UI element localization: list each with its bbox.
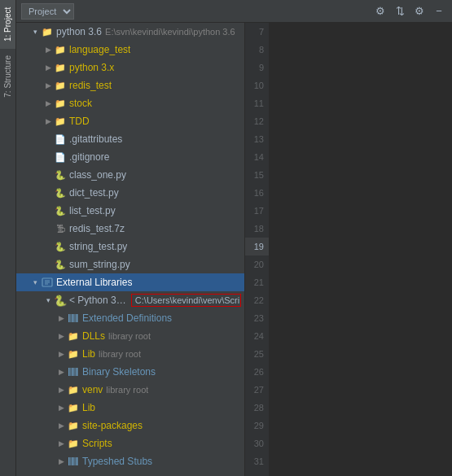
line-number: 16 (245, 184, 269, 202)
barcode-icon (67, 455, 80, 468)
line-number: 9 (245, 59, 269, 76)
muted-label: library root (106, 385, 148, 395)
arrow-icon: ▶ (55, 348, 67, 360)
folder-icon: 📁 (67, 437, 80, 450)
root-arrow: ▾ (29, 26, 41, 37)
line-number: 23 (245, 309, 269, 327)
item-label: venv (82, 384, 103, 395)
line-number: 30 (245, 435, 269, 452)
svg-rect-8 (77, 314, 78, 322)
list-item[interactable]: ▶ 📄 .gitattributes (16, 130, 244, 148)
svg-rect-5 (71, 314, 72, 322)
line-number: 17 (245, 202, 269, 220)
arrow-icon: ▶ (42, 80, 54, 91)
item-label: Lib (82, 402, 95, 413)
line-number: 22 (245, 291, 269, 309)
line-number: 15 (245, 166, 269, 184)
folder-icon: 📁 (54, 115, 67, 128)
list-item[interactable]: ▶ 🐍 sum_string.py (16, 255, 244, 273)
list-item[interactable]: ▶ 🗜 redis_test.7z (16, 220, 244, 238)
svg-rect-6 (72, 314, 74, 322)
item-label: DLLs (82, 330, 105, 342)
py-file-icon: 🐍 (54, 168, 67, 181)
root-folder-icon: 📁 (41, 25, 54, 38)
list-item[interactable]: ▶ Binary Skeletons (16, 363, 244, 381)
svg-rect-11 (72, 368, 74, 376)
py-file-icon: 🐍 (54, 186, 67, 199)
svg-rect-7 (75, 314, 76, 322)
list-item[interactable]: ▶ 📁 stock (16, 94, 244, 112)
collapse-icon[interactable]: − (431, 3, 447, 20)
item-label: .gitattributes (69, 133, 122, 145)
content-area: ▾ 📁 python 3.6 E:\svn\kevindi\kevindi\py… (16, 23, 452, 476)
list-item[interactable]: ▶ 🐍 list_test.py (16, 202, 244, 220)
list-item[interactable]: ▶ 📁 Lib (16, 399, 244, 417)
line-number: 18 (245, 220, 269, 238)
sort-icon[interactable]: ⇅ (392, 3, 408, 20)
tree-root[interactable]: ▾ 📁 python 3.6 E:\svn\kevindi\kevindi\py… (16, 23, 244, 41)
barcode-icon (67, 365, 80, 378)
item-label: Binary Skeletons (82, 366, 156, 378)
arrow-icon: ▶ (42, 98, 54, 109)
project-dropdown[interactable]: Project (21, 3, 74, 20)
list-item[interactable]: ▶ 📁 python 3.x (16, 59, 244, 76)
line-number: 7 (245, 23, 269, 41)
item-label: Scripts (82, 438, 112, 449)
list-item[interactable]: ▶ 📁 site-packages (16, 417, 244, 435)
arrow-icon: ▶ (42, 44, 54, 55)
svg-rect-14 (68, 457, 70, 465)
muted-label: library root (108, 331, 151, 341)
list-item[interactable]: ▶ 📁 Lib library root (16, 345, 244, 363)
item-label: language_test (69, 44, 130, 55)
line-number: 24 (245, 327, 269, 345)
sidebar-item-structure[interactable]: 7: Structure (0, 49, 15, 104)
list-item[interactable]: ▶ 🐍 string_test.py (16, 238, 244, 255)
list-item[interactable]: ▶ 📄 .gitignore (16, 148, 244, 166)
arrow-icon: ▶ (55, 366, 67, 378)
py-file-icon: 🐍 (54, 204, 67, 217)
toolbar: Project ⚙ ⇅ ⚙ − (16, 0, 452, 23)
py-file-icon: 🐍 (54, 258, 67, 271)
arrow-icon: ▶ (55, 384, 67, 395)
list-item[interactable]: ▶ Extended Definitions (16, 309, 244, 327)
list-item[interactable]: ▶ 🐍 dict_test.py (16, 184, 244, 202)
arrow-icon: ▶ (55, 438, 67, 449)
svg-rect-9 (68, 368, 70, 376)
folder-icon: 📁 (67, 383, 80, 396)
svg-rect-17 (75, 457, 76, 465)
folder-icon: 📁 (67, 330, 80, 343)
folder-icon: 📁 (54, 79, 67, 92)
item-label: Lib (82, 348, 95, 360)
python-venv-item[interactable]: ▾ 🐍 < Python 3.6 (venv) > C:\Users\kevin… (16, 291, 244, 309)
ext-libs-icon (41, 276, 54, 289)
list-item[interactable]: ▶ 🐍 class_one.py (16, 166, 244, 184)
line-number: 11 (245, 94, 269, 112)
item-label: stock (69, 98, 92, 109)
list-item[interactable]: ▶ 📁 language_test (16, 41, 244, 59)
ext-libs-arrow: ▾ (29, 277, 41, 288)
muted-label: library root (99, 349, 141, 359)
list-item[interactable]: ▶ 📁 redis_test (16, 76, 244, 94)
ext-libs-label: External Libraries (56, 277, 132, 288)
settings-icon[interactable]: ⚙ (372, 3, 388, 20)
list-item[interactable]: ▶ 📁 Scripts (16, 435, 244, 452)
line-number: 13 (245, 130, 269, 148)
line-number: 8 (245, 41, 269, 59)
line-number: 31 (245, 452, 269, 470)
list-item[interactable]: ▶ 📁 venv library root (16, 381, 244, 399)
list-item[interactable]: ▶ Typeshed Stubs (16, 452, 244, 470)
line-number: 26 (245, 363, 269, 381)
list-item[interactable]: ▶ 📁 DLLs library root (16, 327, 244, 345)
external-libraries-item[interactable]: ▾ External Libraries (16, 273, 244, 291)
svg-rect-16 (72, 457, 74, 465)
venv-arrow: ▾ (42, 295, 54, 306)
list-item[interactable]: ▶ 📁 TDD (16, 112, 244, 130)
arrow-icon: ▶ (55, 312, 67, 324)
line-number: 32 (245, 470, 269, 476)
folder-icon: 📁 (67, 419, 80, 432)
item-label: redis_test (69, 80, 112, 91)
sidebar-item-project[interactable]: 1: Project (0, 0, 15, 49)
gear-icon[interactable]: ⚙ (411, 3, 428, 20)
svg-rect-15 (71, 457, 72, 465)
line-number: 28 (245, 399, 269, 417)
